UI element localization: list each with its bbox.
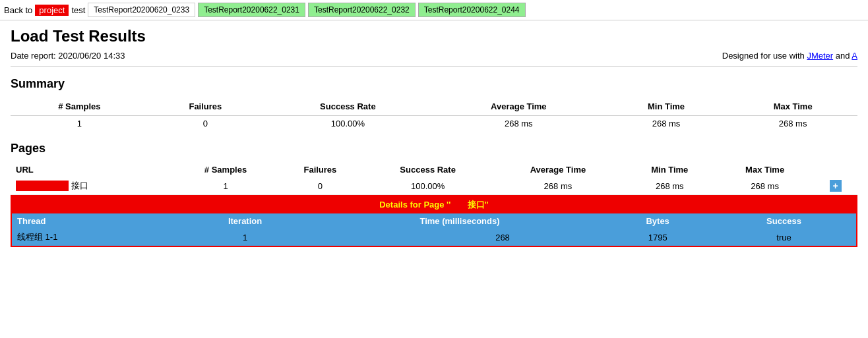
summary-data-row: 1 0 100.00% 268 ms 268 ms 268 ms: [11, 116, 857, 132]
pages-title: Pages: [11, 142, 857, 155]
summary-col-avg-time: Average Time: [433, 98, 604, 116]
summary-table: # Samples Failures Success Rate Average …: [11, 98, 857, 131]
summary-failures: 0: [148, 116, 263, 132]
pages-col-max-time: Max Time: [716, 162, 813, 177]
summary-min-time: 268 ms: [604, 116, 729, 132]
pages-data-row: 接口 1 0 100.00% 268 ms 268 ms 268 ms +: [11, 177, 857, 195]
tab-2[interactable]: TestReport20200622_0232: [308, 3, 416, 17]
summary-title: Summary: [11, 77, 857, 91]
pages-samples: 1: [173, 177, 278, 195]
details-data-row: 线程组 1-1 1 268 1795 true: [12, 229, 856, 246]
summary-avg-time: 268 ms: [433, 116, 604, 132]
details-time-empty: [316, 229, 402, 246]
pages-avg-time: 268 ms: [493, 177, 623, 195]
details-col-header-row: Thread Iteration Time (milliseconds) Byt…: [12, 213, 856, 229]
pages-section: Pages URL # Samples Failures Success Rat…: [11, 142, 857, 247]
details-row: Details for Page '' 接口" Thread Iteration: [11, 195, 857, 248]
summary-samples: 1: [11, 116, 148, 132]
tab-0[interactable]: TestReport20200620_0233: [88, 3, 195, 17]
test-text: test: [71, 5, 85, 15]
project-highlight: project: [35, 5, 69, 16]
pages-expand-cell: +: [813, 177, 857, 195]
back-text: Back to: [4, 5, 32, 15]
pages-url-label: 接口: [71, 180, 88, 192]
details-col-iteration: Iteration: [174, 213, 315, 229]
pages-col-samples: # Samples: [173, 162, 278, 177]
url-red-box: [16, 181, 69, 191]
details-iteration: 1: [174, 229, 315, 246]
details-col-success: Success: [712, 213, 856, 229]
page-title: Load Test Results: [11, 27, 857, 45]
details-table: Thread Iteration Time (milliseconds) Byt…: [12, 213, 856, 246]
summary-col-success-rate: Success Rate: [263, 98, 433, 116]
top-nav: Back to project test TestReport20200620_…: [0, 0, 868, 20]
summary-col-max-time: Max Time: [728, 98, 857, 116]
details-wrapper: Details for Page '' 接口" Thread Iteration: [11, 195, 857, 247]
summary-col-min-time: Min Time: [604, 98, 729, 116]
summary-max-time: 268 ms: [728, 116, 857, 132]
pages-col-success-rate: Success Rate: [363, 162, 493, 177]
pages-col-action: [813, 162, 857, 177]
pages-col-avg-time: Average Time: [493, 162, 623, 177]
details-bytes: 1795: [604, 229, 712, 246]
pages-failures: 0: [278, 177, 363, 195]
pages-max-time: 268 ms: [716, 177, 813, 195]
details-header: Details for Page '' 接口": [12, 196, 856, 213]
details-col-time: Time (milliseconds): [316, 213, 604, 229]
pages-col-failures: Failures: [278, 162, 363, 177]
pages-min-time: 268 ms: [623, 177, 716, 195]
summary-col-failures: Failures: [148, 98, 263, 116]
tab-3[interactable]: TestReport20200622_0244: [418, 3, 526, 17]
pages-table: URL # Samples Failures Success Rate Aver…: [11, 162, 857, 247]
details-time-val: 268: [402, 229, 604, 246]
summary-col-samples: # Samples: [11, 98, 148, 116]
a-link[interactable]: A: [852, 51, 857, 61]
summary-success-rate: 100.00%: [263, 116, 433, 132]
details-success: true: [712, 229, 856, 246]
designed-text: Designed for use with JMeter and A: [722, 51, 857, 61]
pages-col-min-time: Min Time: [623, 162, 716, 177]
date-report: Date report: 2020/06/20 14:33: [11, 51, 125, 61]
pages-success-rate: 100.00%: [363, 177, 493, 195]
main-content: Load Test Results Date report: 2020/06/2…: [0, 20, 868, 254]
pages-url-cell: 接口: [11, 177, 173, 195]
expand-button[interactable]: +: [830, 180, 842, 192]
tab-1[interactable]: TestReport20200622_0231: [198, 3, 305, 17]
jmeter-link[interactable]: JMeter: [807, 51, 833, 61]
pages-col-url: URL: [11, 162, 173, 177]
details-thread: 线程组 1-1: [12, 229, 174, 246]
date-designed-row: Date report: 2020/06/20 14:33 Designed f…: [11, 51, 857, 67]
back-link[interactable]: Back to project test: [4, 5, 85, 16]
details-col-bytes: Bytes: [604, 213, 712, 229]
details-col-thread: Thread: [12, 213, 174, 229]
